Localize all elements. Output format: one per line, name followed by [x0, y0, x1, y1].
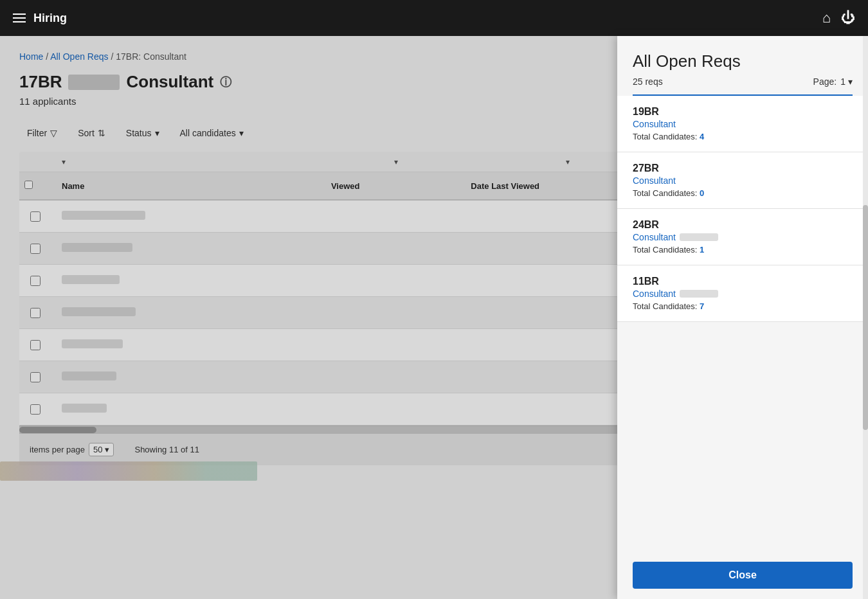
ipp-label: items per page — [30, 445, 85, 454]
role-blurred-11br — [680, 290, 718, 298]
breadcrumb-home[interactable]: Home — [19, 51, 43, 62]
row-checkbox-6[interactable] — [30, 372, 41, 382]
page-info: Page: 1 ▾ — [813, 76, 853, 87]
app-title: Hiring — [33, 12, 67, 25]
row-checkbox-3[interactable] — [30, 276, 41, 286]
side-panel-meta: 25 reqs Page: 1 ▾ — [633, 76, 853, 96]
req-role-11br: Consultant — [633, 289, 853, 299]
req-id-24br: 24BR — [633, 219, 853, 231]
candidate-name-3 — [62, 275, 120, 284]
home-icon[interactable]: ⌂ — [822, 10, 831, 26]
breadcrumb-all-open-reqs[interactable]: All Open Reqs — [50, 51, 108, 62]
row-checkbox-4[interactable] — [30, 308, 41, 318]
select-all-checkbox[interactable] — [24, 181, 33, 189]
info-icon[interactable]: ⓘ — [220, 75, 231, 90]
req-item-24br[interactable]: 24BR Consultant Total Candidates: 1 — [617, 209, 868, 265]
ipp-chevron-icon: ▾ — [105, 445, 109, 454]
candidate-name-6 — [62, 371, 116, 380]
side-panel-scrollbar-thumb[interactable] — [863, 205, 868, 430]
date-dropdown-icon: ▾ — [566, 157, 570, 166]
row-checkbox-1[interactable] — [30, 211, 41, 222]
row-checkbox-5[interactable] — [30, 340, 41, 350]
status-chevron-icon: ▾ — [155, 128, 159, 138]
filter-icon: ▽ — [50, 128, 57, 138]
viewed-col-filter[interactable]: ▾ — [326, 157, 466, 166]
req-item-11br[interactable]: 11BR Consultant Total Candidates: 7 — [617, 265, 868, 322]
req-item-27br[interactable]: 27BR Consultant Total Candidates: 0 — [617, 152, 868, 209]
req-item-19br[interactable]: 19BR Consultant Total Candidates: 4 — [617, 96, 868, 152]
main-content: Home / All Open Reqs / 17BR: Consultant … — [0, 36, 868, 599]
filter-button[interactable]: Filter ▽ — [19, 124, 65, 142]
req-id-11br: 11BR — [633, 276, 853, 287]
candidate-name-7 — [62, 404, 107, 413]
side-panel-scrollbar[interactable] — [863, 36, 868, 599]
row-checkbox-7[interactable] — [30, 404, 41, 415]
req-role: Consultant — [126, 72, 213, 92]
status-label: Status — [126, 128, 152, 138]
ipp-value: 50 — [93, 445, 102, 454]
footer-bar — [0, 461, 257, 481]
candidate-name-4 — [62, 307, 136, 316]
side-panel-title: All Open Reqs — [633, 51, 853, 71]
nav-actions: ⌂ ⏻ — [822, 10, 855, 26]
req-id-19br: 19BR — [633, 106, 853, 118]
req-id: 17BR — [19, 72, 62, 92]
name-col-filter[interactable]: ▾ — [51, 157, 326, 166]
showing-text: Showing 11 of 11 — [134, 445, 199, 454]
col-header-name: Name — [51, 181, 326, 191]
top-nav: Hiring ⌂ ⏻ — [0, 0, 868, 36]
sort-label: Sort — [78, 128, 95, 138]
req-role-24br: Consultant — [633, 232, 853, 242]
req-candidates-19br: Total Candidates: 4 — [633, 132, 853, 141]
breadcrumb-current: 17BR: Consultant — [116, 51, 186, 62]
side-panel: All Open Reqs 25 reqs Page: 1 ▾ 19BR Con… — [617, 36, 868, 599]
side-panel-header: All Open Reqs 25 reqs Page: 1 ▾ — [617, 36, 868, 96]
candidate-name-2 — [62, 243, 132, 252]
title-blurred-1 — [68, 75, 120, 90]
req-role-27br: Consultant — [633, 175, 853, 186]
req-list: 19BR Consultant Total Candidates: 4 27BR… — [617, 96, 868, 551]
page-label: Page: — [813, 76, 837, 87]
page-dropdown[interactable]: 1 ▾ — [840, 76, 853, 87]
status-button[interactable]: Status ▾ — [118, 124, 167, 142]
candidate-name-1 — [62, 211, 145, 220]
candidate-name-5 — [62, 339, 123, 348]
items-per-page: items per page 50 ▾ — [30, 443, 114, 456]
candidates-chevron-icon: ▾ — [239, 128, 244, 138]
name-dropdown-icon: ▾ — [62, 157, 66, 166]
reqs-count: 25 reqs — [633, 76, 663, 87]
ipp-select[interactable]: 50 ▾ — [89, 443, 114, 456]
page-chevron-icon: ▾ — [848, 76, 853, 87]
page-value: 1 — [840, 76, 845, 87]
hamburger-menu[interactable] — [13, 13, 26, 22]
req-candidates-27br: Total Candidates: 0 — [633, 188, 853, 198]
req-role-19br: Consultant — [633, 119, 853, 129]
row-checkbox-2[interactable] — [30, 244, 41, 254]
sort-button[interactable]: Sort ⇅ — [70, 124, 113, 142]
viewed-dropdown-icon: ▾ — [394, 157, 398, 166]
candidates-label: All candidates — [180, 128, 236, 138]
candidates-filter-button[interactable]: All candidates ▾ — [172, 124, 251, 142]
close-btn-container: Close — [617, 551, 868, 599]
filter-label: Filter — [27, 128, 47, 138]
close-button[interactable]: Close — [633, 562, 853, 589]
scrollbar-thumb[interactable] — [19, 427, 96, 433]
sort-icon: ⇅ — [98, 128, 105, 138]
col-header-viewed: Viewed — [326, 181, 466, 191]
role-blurred-24br — [680, 233, 718, 241]
req-candidates-24br: Total Candidates: 1 — [633, 245, 853, 255]
nav-brand: Hiring — [13, 12, 67, 25]
req-id-27br: 27BR — [633, 163, 853, 174]
power-icon[interactable]: ⏻ — [841, 10, 855, 26]
req-candidates-11br: Total Candidates: 7 — [633, 301, 853, 311]
